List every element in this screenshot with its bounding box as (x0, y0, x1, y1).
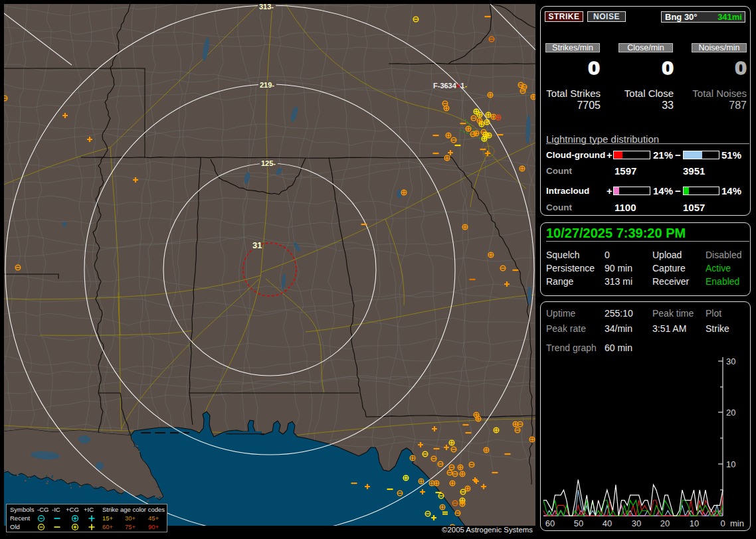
svg-text:0: 0 (720, 518, 725, 528)
svg-text:60: 60 (545, 518, 555, 528)
svg-text:20: 20 (726, 408, 735, 418)
svg-text:10: 10 (690, 518, 699, 528)
svg-text:40: 40 (603, 518, 612, 528)
svg-text:50: 50 (574, 518, 583, 528)
svg-text:125-: 125- (261, 159, 276, 167)
svg-text:313-: 313- (259, 4, 274, 11)
svg-text:30: 30 (632, 518, 641, 528)
svg-text:F-3634+1-: F-3634+1- (433, 82, 467, 90)
svg-text:31: 31 (252, 240, 262, 250)
svg-text:10: 10 (726, 459, 735, 469)
svg-text:20: 20 (660, 518, 670, 528)
svg-text:30: 30 (726, 356, 735, 366)
svg-text:min: min (730, 518, 744, 528)
svg-text:219-: 219- (260, 81, 274, 89)
